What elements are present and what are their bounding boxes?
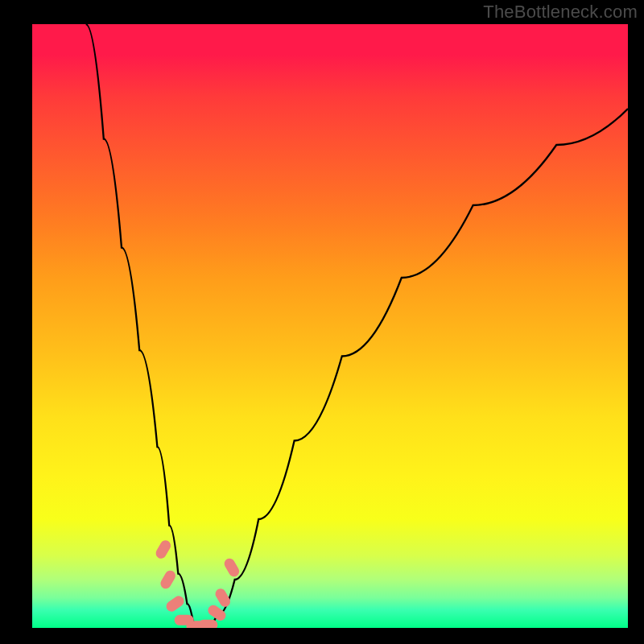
curve-markers [154,539,241,628]
curve-marker [154,539,172,560]
curve-marker [164,594,186,613]
bottleneck-curve [86,24,628,628]
chart-stage: TheBottleneck.com [0,0,644,644]
curve-marker [222,556,241,578]
curve-marker [159,568,177,590]
watermark-text: TheBottleneck.com [483,2,638,23]
curve-marker [198,620,217,628]
curve-svg [32,24,628,628]
plot-area [32,24,628,628]
